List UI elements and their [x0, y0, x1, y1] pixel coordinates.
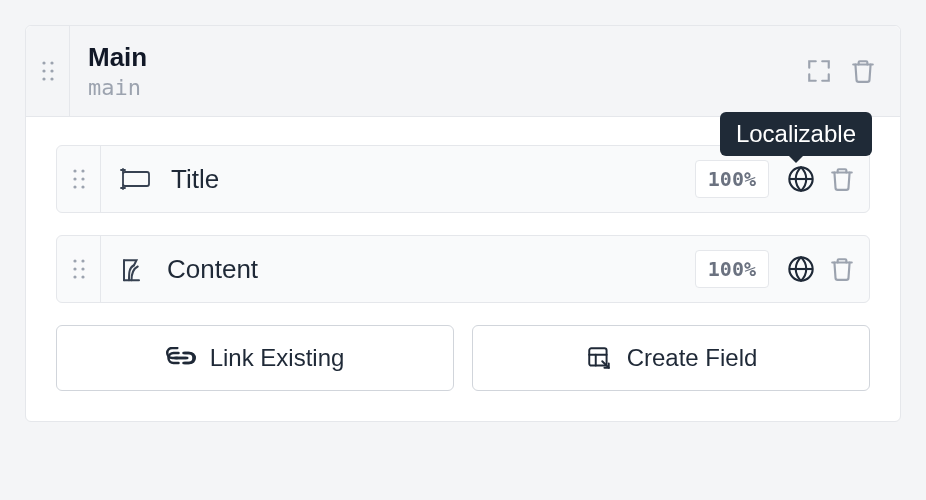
globe-icon	[787, 255, 815, 283]
section-header: Main main	[26, 26, 900, 117]
svg-point-14	[73, 260, 76, 263]
globe-icon	[787, 165, 815, 193]
link-existing-button[interactable]: Link Existing	[56, 325, 454, 391]
svg-point-17	[81, 268, 84, 271]
drag-handle-field[interactable]	[57, 236, 101, 302]
svg-point-9	[81, 178, 84, 181]
svg-point-15	[81, 260, 84, 263]
svg-point-19	[81, 276, 84, 279]
svg-point-18	[73, 276, 76, 279]
grip-icon	[71, 257, 87, 281]
section-title: Main	[88, 42, 806, 73]
svg-point-16	[73, 268, 76, 271]
tooltip-localizable: Localizable	[720, 112, 872, 156]
text-field-icon	[119, 167, 153, 191]
drag-handle-section[interactable]	[26, 26, 70, 116]
svg-point-5	[50, 77, 53, 80]
grip-icon	[71, 167, 87, 191]
trash-icon	[829, 165, 855, 193]
svg-point-7	[81, 170, 84, 173]
create-field-button[interactable]: Create Field	[472, 325, 870, 391]
trash-icon	[850, 57, 876, 85]
section-slug: main	[88, 75, 806, 100]
field-label: Title	[171, 164, 677, 195]
progress-badge: 100%	[695, 250, 769, 288]
progress-badge: 100%	[695, 160, 769, 198]
drag-handle-field[interactable]	[57, 146, 101, 212]
field-row[interactable]: Content 100%	[56, 235, 870, 303]
svg-point-10	[73, 186, 76, 189]
field-label: Content	[167, 254, 677, 285]
svg-point-0	[42, 61, 45, 64]
create-field-label: Create Field	[627, 344, 758, 372]
svg-point-4	[42, 77, 45, 80]
section-panel: Main main Localizable	[25, 25, 901, 422]
svg-point-6	[73, 170, 76, 173]
section-body: Localizable Title 100%	[26, 117, 900, 421]
delete-section-button[interactable]	[850, 57, 876, 85]
trash-icon	[829, 255, 855, 283]
rich-content-icon	[119, 254, 149, 284]
link-existing-label: Link Existing	[210, 344, 345, 372]
delete-field-button[interactable]	[829, 165, 855, 193]
svg-point-1	[50, 61, 53, 64]
section-titles: Main main	[70, 26, 806, 116]
svg-point-11	[81, 186, 84, 189]
localizable-toggle[interactable]	[787, 165, 815, 193]
svg-rect-12	[123, 172, 149, 186]
svg-point-2	[42, 69, 45, 72]
svg-point-3	[50, 69, 53, 72]
delete-field-button[interactable]	[829, 255, 855, 283]
create-field-icon	[585, 345, 613, 371]
expand-button[interactable]	[806, 58, 832, 84]
localizable-toggle[interactable]	[787, 255, 815, 283]
grip-icon	[40, 59, 56, 83]
expand-icon	[806, 58, 832, 84]
link-icon	[166, 347, 196, 369]
svg-point-8	[73, 178, 76, 181]
